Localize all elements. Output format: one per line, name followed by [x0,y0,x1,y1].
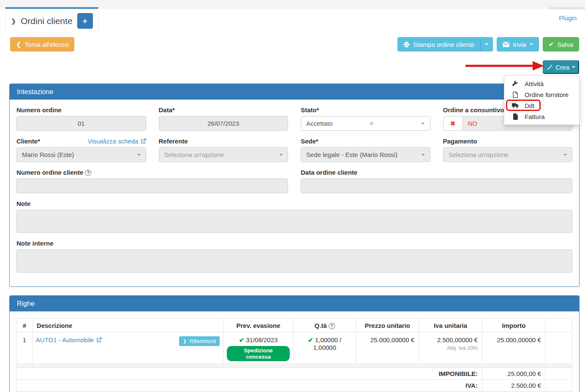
col-descrizione: Descrizione [32,319,223,333]
table-row: 1 AUTO1 - Automobile ❯ Riferimenti [17,333,572,364]
caret-down-icon [279,154,283,156]
send-button[interactable]: Invia [497,37,539,51]
note-interne-textarea[interactable] [16,249,572,273]
row-iva-unitaria: 2.500,00000 € Aliq. Iva 10% [419,333,482,364]
file-outline-icon [512,92,519,98]
wrench-icon [512,81,519,87]
field-sede: Sede* Sede legale - Este (Mario Rossi) [301,138,430,162]
numero-ordine-cliente-input[interactable] [16,178,288,193]
field-numero-ordine: Numero ordine 01 [16,106,146,131]
visualizza-scheda-link[interactable]: Visualizza scheda [88,138,146,145]
field-data: Data* 26/07/2023 [159,106,288,131]
col-prezzo-unitario: Prezzo unitario [356,319,419,333]
row-importo: 25.000,00000 € [482,333,545,364]
row-prev-evasione: ✔31/08/2023 Spedizione concessa [223,333,294,364]
row-num: 1 [17,333,33,364]
note-textarea[interactable] [16,210,572,233]
menu-item-fattura[interactable]: Fattura [504,111,579,122]
help-icon: ? [85,170,91,176]
red-arrow-annotation [464,60,548,71]
save-button[interactable]: ✔ Salva [543,37,579,51]
table-header-row: # Descrizione Prev. evasione Q.tà? Prezz… [17,319,572,333]
cliente-select[interactable]: Mario Rossi (Este) [16,147,146,162]
pagamento-select[interactable]: Seleziona un'opzione [443,147,573,162]
row-descrizione: AUTO1 - Automobile ❯ Riferimenti [32,333,223,364]
field-referente: Referente Seleziona un'opzione [159,138,288,162]
external-link-icon [96,337,102,343]
stato-select[interactable]: Accettato × [301,116,430,131]
col-actions [545,319,572,333]
caret-down-icon [421,123,424,124]
article-link[interactable]: AUTO1 - Automobile [36,336,102,343]
caret-down-icon [485,43,488,45]
right-tab-edge [549,7,585,9]
data-input[interactable]: 26/07/2023 [159,116,288,131]
field-cliente: Cliente* Visualizza scheda Mario Rossi (… [16,138,146,162]
row-qta: ✔1,00000 / 1,00000 [293,333,356,364]
righe-panel: Righe # Descrizione Prev. evasione Q.tà?… [9,295,580,392]
print-dropdown-toggle[interactable] [480,37,493,51]
action-buttons: Stampa ordine cliente Invia ✔ Salva [397,37,579,51]
referente-select[interactable]: Seleziona un'opzione [159,147,288,162]
spedizione-badge: Spedizione concessa [227,346,290,361]
caret-down-icon [422,154,425,156]
tab-ordini-cliente[interactable]: ❯ Ordini cliente + [5,7,98,33]
create-dropdown-menu: Attività Ordine fornitore Ddt Fattura [504,75,580,125]
row-actions [545,333,572,364]
chevron-right-icon: ❯ [183,338,187,344]
cross-icon[interactable]: ✖ [444,116,463,130]
menu-item-attivita[interactable]: Attività [504,78,579,89]
help-icon: ? [329,323,335,329]
caret-down-icon [530,43,533,45]
create-button[interactable]: Crea [543,60,579,74]
back-to-list-button[interactable]: ❮ Torna all'elenco [10,37,74,51]
righe-panel-header: Righe [10,296,579,311]
ordini-cliente-page: ❯ Ordini cliente + Plugin ❮ Torna all'el… [0,0,585,392]
righe-panel-body: # Descrizione Prev. evasione Q.tà? Prezz… [10,311,579,392]
magic-wand-icon [547,64,553,70]
col-importo: Importo [482,319,545,333]
field-pagamento: Pagamento Seleziona un'opzione [443,138,573,162]
field-stato: Stato* Accettato × [301,106,430,131]
check-icon: ✔ [549,41,554,48]
spacer-row [17,364,572,368]
file-filled-icon [512,114,519,120]
external-link-icon [141,138,146,144]
chevron-right-icon: ❯ [11,17,16,25]
data-ordine-cliente-input[interactable] [301,178,572,193]
intestazione-panel-header: Intestazione [10,84,579,100]
envelope-icon [503,42,509,47]
add-tab-button[interactable]: + [77,13,93,29]
page-title: Ordini cliente [21,16,73,26]
row-prezzo-unitario: 25.000,00000 € [356,333,419,364]
field-note: Note [16,200,572,233]
menu-item-ddt[interactable]: Ddt [504,100,579,111]
check-icon: ✔ [308,336,313,343]
col-qta: Q.tà? [293,319,356,333]
intestazione-panel-body: Numero ordine 01 Data* 26/07/2023 Stato*… [10,100,579,279]
iva-row: IVA: 2.500,00 € [17,380,572,392]
printer-icon [403,41,410,48]
clear-icon[interactable]: × [370,119,374,128]
field-numero-ordine-cliente: Numero ordine cliente? [16,169,288,193]
numero-ordine-input[interactable]: 01 [16,116,146,131]
print-order-button[interactable]: Stampa ordine cliente [397,37,480,51]
field-data-ordine-cliente: Data ordine cliente [301,169,572,193]
iva-value: 2.500,00 € [482,380,545,392]
riferimenti-badge[interactable]: ❯ Riferimenti [179,336,220,346]
check-icon: ✔ [239,336,245,343]
imponibile-row: IMPONIBILE: 25.000,00 € [17,368,572,380]
menu-item-ordine-fornitore[interactable]: Ordine fornitore [504,89,579,100]
col-prev-evasione: Prev. evasione [223,319,294,333]
righe-table: # Descrizione Prev. evasione Q.tà? Prezz… [16,318,572,392]
col-num: # [17,319,33,333]
aliquota-note: Aliq. Iva 10% [422,345,478,351]
plugin-link[interactable]: Plugin [559,14,577,22]
sede-select[interactable]: Sede legale - Este (Mario Rossi) [301,147,430,162]
caret-down-icon [563,154,567,156]
chevron-left-icon: ❮ [16,41,22,48]
truck-icon [512,103,519,108]
field-note-interne: Note interne [16,240,572,273]
caret-down-icon [137,154,141,156]
intestazione-panel: Intestazione Numero ordine 01 Data* 26/0… [9,84,580,287]
